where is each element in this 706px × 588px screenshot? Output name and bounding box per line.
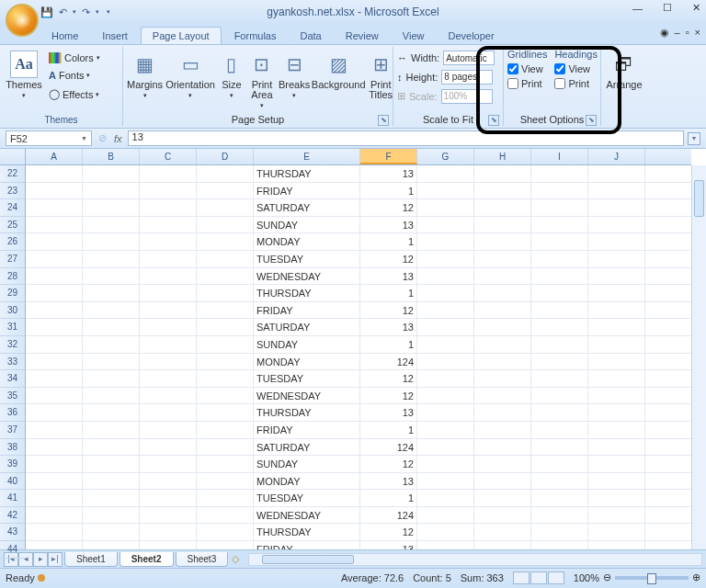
cell[interactable]: [474, 319, 531, 335]
tab-data[interactable]: Data: [289, 28, 332, 44]
cell[interactable]: [474, 456, 531, 472]
cell[interactable]: [140, 268, 197, 285]
cell[interactable]: [83, 199, 140, 216]
cell[interactable]: [474, 388, 531, 404]
headings-view-checkbox[interactable]: View: [554, 62, 597, 75]
select-all-corner[interactable]: [0, 149, 26, 165]
cell[interactable]: [83, 183, 140, 199]
cell[interactable]: [417, 285, 474, 301]
tab-view[interactable]: View: [392, 28, 436, 44]
save-icon[interactable]: 💾: [40, 6, 53, 18]
cell[interactable]: [197, 165, 254, 182]
cell[interactable]: [417, 183, 474, 199]
cell[interactable]: [197, 285, 254, 301]
cell[interactable]: [83, 388, 140, 404]
cell[interactable]: [26, 233, 83, 250]
row-header[interactable]: 29: [0, 285, 25, 302]
fonts-button[interactable]: AFonts▾: [47, 69, 102, 82]
cell[interactable]: [417, 439, 474, 456]
col-header-G[interactable]: G: [417, 149, 474, 164]
cell[interactable]: SUNDAY: [254, 336, 360, 353]
headings-print-checkbox[interactable]: Print: [554, 77, 597, 90]
cell[interactable]: [26, 370, 83, 387]
cell[interactable]: [474, 302, 531, 319]
cell[interactable]: [140, 354, 197, 370]
row-header[interactable]: 31: [0, 319, 25, 336]
col-header-J[interactable]: J: [588, 149, 645, 164]
row-header[interactable]: 22: [0, 165, 25, 183]
cell[interactable]: [140, 541, 197, 549]
cell[interactable]: [140, 439, 197, 456]
sheet-tab-sheet1[interactable]: Sheet1: [64, 552, 118, 567]
tab-review[interactable]: Review: [335, 28, 390, 44]
row-header[interactable]: 25: [0, 217, 25, 234]
cell[interactable]: 12: [360, 370, 417, 387]
print-titles-button[interactable]: ⊞PrintTitles: [367, 49, 394, 113]
zoom-in-icon[interactable]: ⊕: [692, 571, 700, 583]
colors-button[interactable]: Colors▾: [47, 51, 102, 64]
row-header[interactable]: 43: [0, 524, 25, 541]
cell[interactable]: [417, 233, 474, 250]
themes-button[interactable]: Aa Themes▾: [4, 49, 44, 114]
cell[interactable]: [140, 165, 197, 182]
cell[interactable]: [474, 199, 531, 216]
row-header[interactable]: 32: [0, 336, 25, 354]
cell[interactable]: [197, 541, 254, 549]
cell[interactable]: [197, 183, 254, 199]
cell[interactable]: FRIDAY: [254, 541, 360, 549]
cell[interactable]: [531, 217, 588, 233]
cell[interactable]: MONDAY: [254, 473, 360, 490]
cell[interactable]: [474, 422, 531, 438]
row-header[interactable]: 42: [0, 507, 25, 525]
cell[interactable]: 13: [360, 319, 417, 335]
cell[interactable]: [417, 217, 474, 233]
cell[interactable]: SATURDAY: [254, 319, 360, 335]
cell[interactable]: [588, 507, 645, 524]
cell[interactable]: [531, 439, 588, 456]
cell[interactable]: [83, 490, 140, 506]
cell[interactable]: [140, 490, 197, 506]
row-header[interactable]: 38: [0, 439, 25, 457]
cell[interactable]: [26, 439, 83, 456]
cell[interactable]: [197, 473, 254, 490]
print-area-button[interactable]: ⊡PrintArea▾: [248, 49, 276, 113]
cell[interactable]: THURSDAY: [254, 404, 360, 421]
cell[interactable]: [26, 336, 83, 353]
cell[interactable]: THURSDAY: [254, 165, 360, 182]
cell[interactable]: [197, 354, 254, 370]
cell[interactable]: [140, 336, 197, 353]
cell[interactable]: [197, 524, 254, 540]
cell[interactable]: [531, 183, 588, 199]
width-input[interactable]: [443, 51, 495, 65]
cell[interactable]: [26, 165, 83, 182]
cell[interactable]: 12: [360, 251, 417, 267]
cell[interactable]: [531, 285, 588, 301]
cell[interactable]: [474, 439, 531, 456]
cell[interactable]: THURSDAY: [254, 285, 360, 301]
cell[interactable]: 1: [360, 285, 417, 301]
cell[interactable]: [140, 217, 197, 233]
tab-home[interactable]: Home: [40, 28, 89, 44]
sheet-tab-sheet3[interactable]: Sheet3: [176, 552, 229, 567]
cell[interactable]: [417, 473, 474, 490]
row-header[interactable]: 27: [0, 251, 25, 268]
cell[interactable]: [531, 473, 588, 490]
cell[interactable]: [83, 336, 140, 353]
col-header-A[interactable]: A: [26, 149, 83, 164]
col-header-E[interactable]: E: [254, 149, 360, 164]
cell[interactable]: 12: [360, 456, 417, 472]
cell[interactable]: [83, 285, 140, 301]
formula-bar[interactable]: 13: [128, 130, 684, 146]
cell[interactable]: [588, 336, 645, 353]
cell[interactable]: [140, 404, 197, 421]
cell[interactable]: [531, 524, 588, 540]
maximize-button[interactable]: ☐: [663, 2, 672, 14]
scale-launcher-icon[interactable]: ⬊: [488, 115, 499, 126]
cell[interactable]: THURSDAY: [254, 524, 360, 540]
cell[interactable]: [474, 370, 531, 387]
cell[interactable]: [588, 217, 645, 233]
cell[interactable]: [26, 302, 83, 319]
cell[interactable]: [417, 319, 474, 335]
cell[interactable]: [474, 473, 531, 490]
cell[interactable]: [474, 285, 531, 301]
